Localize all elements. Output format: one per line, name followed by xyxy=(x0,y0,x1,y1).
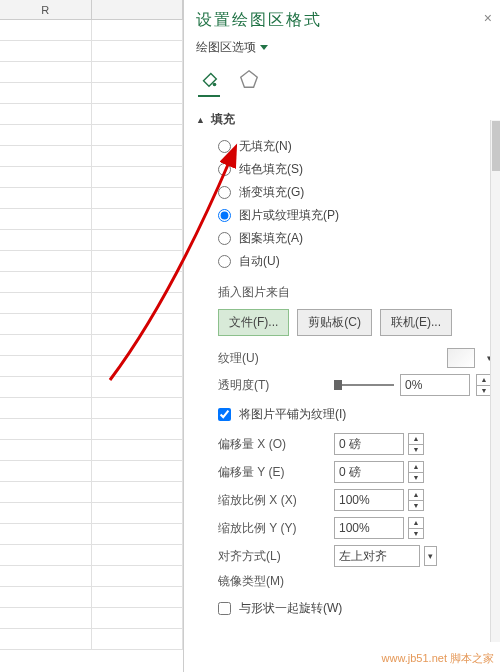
texture-label: 纹理(U) xyxy=(218,350,328,367)
offset-x-label: 偏移量 X (O) xyxy=(218,436,328,453)
offset-y-spinner[interactable]: ▲▼ xyxy=(408,461,424,483)
alignment-label: 对齐方式(L) xyxy=(218,548,328,565)
alignment-select[interactable] xyxy=(334,545,420,567)
transparency-slider[interactable] xyxy=(334,380,394,390)
radio-auto-fill[interactable]: 自动(U) xyxy=(218,253,492,270)
pane-scrollbar[interactable] xyxy=(490,120,500,642)
offset-x-input[interactable] xyxy=(334,433,404,455)
column-header-blank[interactable] xyxy=(92,0,184,19)
collapse-icon: ▲ xyxy=(196,115,205,125)
offset-y-label: 偏移量 Y (E) xyxy=(218,464,328,481)
scale-y-label: 缩放比例 Y (Y) xyxy=(218,520,328,537)
transparency-label: 透明度(T) xyxy=(218,377,328,394)
chevron-down-icon xyxy=(260,45,268,51)
svg-marker-1 xyxy=(241,71,258,88)
format-plot-area-pane: × 设置绘图区格式 绘图区选项 ▲ 填充 无填充(N) 纯色填充(S) 渐变填充… xyxy=(184,0,500,672)
plot-area-options-dropdown[interactable]: 绘图区选项 xyxy=(196,39,492,56)
tile-checkbox[interactable]: 将图片平铺为纹理(I) xyxy=(218,406,492,423)
insert-from-clipboard-button[interactable]: 剪贴板(C) xyxy=(297,309,372,336)
close-button[interactable]: × xyxy=(484,10,492,26)
spreadsheet-grid[interactable]: R xyxy=(0,0,184,672)
radio-pattern-fill[interactable]: 图案填充(A) xyxy=(218,230,492,247)
pane-title: 设置绘图区格式 xyxy=(196,10,492,31)
radio-picture-fill[interactable]: 图片或纹理填充(P) xyxy=(218,207,492,224)
scale-x-input[interactable] xyxy=(334,489,404,511)
insert-picture-label: 插入图片来自 xyxy=(218,284,492,301)
scale-y-input[interactable] xyxy=(334,517,404,539)
svg-point-0 xyxy=(213,83,217,87)
fill-tab-icon[interactable] xyxy=(198,68,220,97)
radio-no-fill[interactable]: 无填充(N) xyxy=(218,138,492,155)
mirror-label: 镜像类型(M) xyxy=(218,573,328,590)
radio-solid-fill[interactable]: 纯色填充(S) xyxy=(218,161,492,178)
offset-y-input[interactable] xyxy=(334,461,404,483)
transparency-input[interactable] xyxy=(400,374,470,396)
rotate-with-shape-checkbox[interactable]: 与形状一起旋转(W) xyxy=(218,600,492,617)
insert-from-file-button[interactable]: 文件(F)... xyxy=(218,309,289,336)
scale-x-spinner[interactable]: ▲▼ xyxy=(408,489,424,511)
radio-gradient-fill[interactable]: 渐变填充(G) xyxy=(218,184,492,201)
insert-online-button[interactable]: 联机(E)... xyxy=(380,309,452,336)
scale-x-label: 缩放比例 X (X) xyxy=(218,492,328,509)
effects-tab-icon[interactable] xyxy=(238,68,260,97)
column-header-r[interactable]: R xyxy=(0,0,92,19)
offset-x-spinner[interactable]: ▲▼ xyxy=(408,433,424,455)
watermark: www.jb51.net 脚本之家 xyxy=(382,651,494,666)
scale-y-spinner[interactable]: ▲▼ xyxy=(408,517,424,539)
fill-section-header[interactable]: ▲ 填充 xyxy=(196,111,492,128)
texture-picker[interactable] xyxy=(447,348,475,368)
